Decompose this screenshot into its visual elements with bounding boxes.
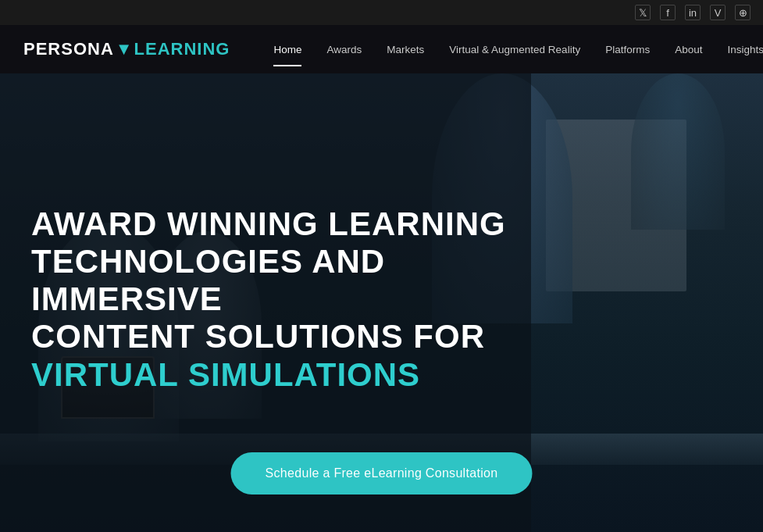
cta-wrapper: Schedule a Free eLearning Consultation [0, 452, 763, 495]
vimeo-icon[interactable]: V [710, 5, 726, 20]
logo-learning: LEARNING [134, 39, 230, 59]
main-nav: Home Awards Markets Virtual & Augmented … [261, 37, 763, 62]
hero-section: AWARD WINNING LEARNING TECHNOLOGIES AND … [0, 73, 763, 532]
header: PERSONA ▼ LEARNING Home Awards Markets V… [0, 25, 763, 73]
linkedin-icon[interactable]: in [685, 5, 701, 20]
nav-about[interactable]: About [662, 37, 715, 62]
logo-persona: PERSONA [23, 39, 114, 59]
nav-vr[interactable]: Virtual & Augmented Reality [437, 37, 593, 62]
hero-content: AWARD WINNING LEARNING TECHNOLOGIES AND … [16, 182, 531, 425]
hero-line-3: CONTENT SOLUTIONS FOR [31, 319, 508, 356]
logo[interactable]: PERSONA ▼ LEARNING [23, 39, 230, 59]
twitter-icon[interactable]: 𝕏 [635, 5, 651, 20]
nav-markets[interactable]: Markets [374, 37, 437, 62]
nav-platforms[interactable]: Platforms [593, 37, 662, 62]
social-bar: 𝕏 f in V ⊕ [0, 0, 763, 25]
rss-icon[interactable]: ⊕ [735, 5, 751, 20]
facebook-icon[interactable]: f [660, 5, 676, 20]
cta-button[interactable]: Schedule a Free eLearning Consultation [231, 452, 533, 495]
logo-arrow: ▼ [116, 39, 133, 59]
hero-line-2: TECHNOLOGIES AND IMMERSIVE [31, 243, 508, 319]
nav-home[interactable]: Home [261, 37, 314, 62]
hero-accent: VIRTUAL SIMULATIONS [31, 356, 508, 394]
nav-awards[interactable]: Awards [314, 37, 374, 62]
person-figure-4 [631, 73, 725, 230]
hero-line-1: AWARD WINNING LEARNING [31, 205, 508, 243]
hero-heading: AWARD WINNING LEARNING TECHNOLOGIES AND … [31, 205, 508, 394]
nav-insights[interactable]: Insights [715, 37, 763, 62]
